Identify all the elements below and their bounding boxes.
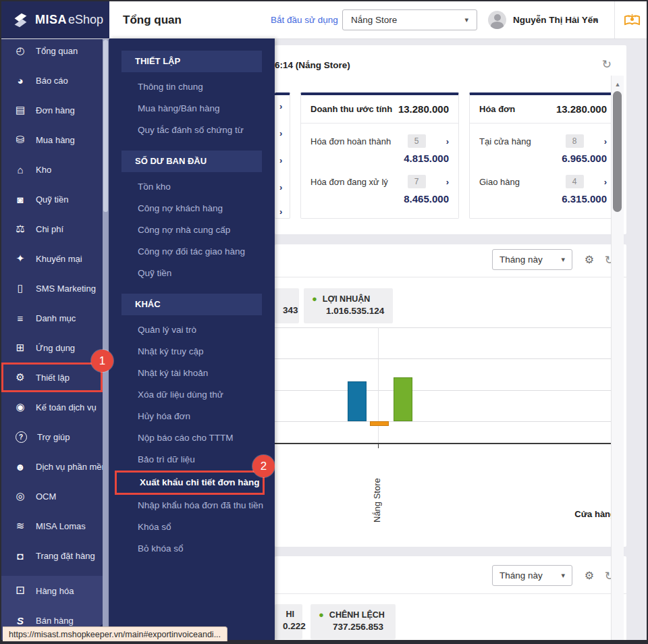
legend-badge-difference[interactable]: ● CHÊNH LỆCH 737.256.853 <box>310 604 396 639</box>
legend-value: 1.016.535.124 <box>326 306 385 316</box>
misa-logo-icon <box>10 10 30 30</box>
period-value: Tháng này <box>500 254 543 265</box>
chevron-right-icon[interactable]: › <box>279 182 282 192</box>
sidebar-item-quy-tien[interactable]: ◙Quỹ tiền <box>1 184 109 214</box>
menu-item-bao-tri-du-lieu[interactable]: Bảo trì dữ liệu <box>109 449 275 471</box>
sidebar-item-tro-giup[interactable]: ?Trợ giúp <box>1 422 109 452</box>
menu-item-nhat-ky-tai-khoan[interactable]: Nhật ký tài khoản <box>109 363 275 384</box>
legend-badge-profit[interactable]: ● LỢI NHUẬN 1.016.535.124 <box>304 288 393 323</box>
sidebar-item-ke-toan-dich-vu[interactable]: ◉Kế toán dịch vụ <box>1 392 109 422</box>
sidebar-item-trang-dat-hang[interactable]: ◘Trang đặt hàng <box>1 541 109 570</box>
main-sidebar: ◴Tổng quan ◕Báo cáo ▤Đơn hàng ⛁Mua hàng … <box>1 38 109 643</box>
scrollbar-thumb[interactable] <box>613 91 622 212</box>
menu-item-thong-tin-chung[interactable]: Thông tin chung <box>109 76 275 98</box>
gear-icon[interactable]: ⚙ <box>585 253 594 266</box>
menu-item-huy-hoa-don[interactable]: Hủy hóa đơn <box>109 406 275 427</box>
card-row-completed-invoices[interactable]: Hóa đơn hoàn thành 5 › <box>301 124 458 148</box>
card-row-in-store[interactable]: Tại cửa hàng 8 › <box>470 124 616 148</box>
menu-item-xoa-du-lieu[interactable]: Xóa dữ liệu dùng thử <box>109 384 275 406</box>
legend-badge-partial[interactable]: 343 <box>275 288 299 323</box>
menu-item-nhap-khau-hoa-don[interactable]: Nhập khẩu hóa đơn đã thu tiền <box>109 495 275 516</box>
menu-item-nhat-ky-truy-cap[interactable]: Nhật ký truy cập <box>109 341 275 363</box>
today-results-panel: 6:14 (Nắng Store) ↻ › › › › › Doanh thu … <box>275 45 626 234</box>
logo-text-misa: MISA <box>35 13 67 27</box>
period-value: Tháng này <box>500 570 543 581</box>
scroll-up-icon[interactable]: ▲ <box>612 81 624 88</box>
sidebar-item-don-hang[interactable]: ▤Đơn hàng <box>1 95 109 125</box>
sidebar-item-thiet-lap[interactable]: ⚙Thiết lập <box>1 363 103 392</box>
vertical-scrollbar[interactable]: ▲ ▼ <box>611 76 624 644</box>
menu-item-cong-no-khach-hang[interactable]: Công nợ khách hàng <box>109 198 275 219</box>
bar-revenue[interactable] <box>348 381 367 421</box>
legend-badge-partial[interactable]: HI 0.222 <box>275 604 302 639</box>
sidebar-item-sms-marketing[interactable]: ▯SMS Marketing <box>1 273 109 303</box>
chevron-down-icon[interactable]: ▾ <box>594 1 598 38</box>
sidebar-item-kho[interactable]: ⌂Kho <box>1 155 109 184</box>
bar-cost[interactable] <box>370 421 389 426</box>
cashflow-chart-panel: Tháng này ▾ ⚙ ↻ HI 0.222 ● CHÊNH LỆCH 73… <box>275 556 626 644</box>
menu-section-thiet-lap: THIẾT LẬP <box>122 51 262 72</box>
dashboard-icon: ◴ <box>14 45 27 57</box>
card-title: Doanh thu ước tính <box>310 104 392 114</box>
divider <box>614 1 615 38</box>
chevron-right-icon[interactable]: › <box>279 207 282 217</box>
legend-dot-icon: ● <box>319 610 324 620</box>
menu-item-quy-tien[interactable]: Quỹ tiền <box>109 263 275 284</box>
card-row-delivery[interactable]: Giao hàng 4 › <box>470 164 616 188</box>
user-name[interactable]: Nguyễn Thị Hải Yến <box>513 1 599 38</box>
count-badge: 8 <box>566 134 584 148</box>
row-value: 8.465.000 <box>301 188 458 205</box>
period-dropdown[interactable]: Tháng này ▾ <box>492 565 572 586</box>
menu-item-cong-no-doi-tac[interactable]: Công nợ đối tác giao hàng <box>109 241 275 263</box>
sidebar-item-dich-vu-phan-mem[interactable]: ☻Dịch vụ phần mềm <box>1 452 109 481</box>
sidebar-item-bao-cao[interactable]: ◕Báo cáo <box>1 65 109 95</box>
card-row-processing-invoices[interactable]: Hóa đơn đang xử lý 7 › <box>301 164 458 188</box>
sidebar-item-hang-hoa[interactable]: ⚀Hàng hóa <box>1 576 103 606</box>
shopping-cart-icon: ⛁ <box>14 134 27 146</box>
legend-dot-icon: ● <box>312 294 317 304</box>
sidebar-item-misa-lomas[interactable]: ≋MISA Lomas <box>1 511 109 541</box>
sidebar-item-khuyen-mai[interactable]: ✦Khuyến mại <box>1 244 109 273</box>
card-title: Hóa đơn <box>479 104 515 114</box>
chevron-right-icon[interactable]: › <box>279 128 282 138</box>
sidebar-item-mua-hang[interactable]: ⛁Mua hàng <box>1 125 109 155</box>
sidebar-item-label: Trang đặt hàng <box>36 551 95 561</box>
knowledge-book-icon[interactable] <box>617 1 647 38</box>
user-avatar[interactable] <box>488 11 506 29</box>
sidebar-item-tong-quan[interactable]: ◴Tổng quan <box>1 38 109 65</box>
menu-item-ton-kho[interactable]: Tồn kho <box>109 176 275 198</box>
chevron-right-icon[interactable]: › <box>604 177 607 187</box>
sidebar-item-chi-phi[interactable]: ⚖Chi phí <box>1 214 109 244</box>
logo-text-eshop: eShop <box>68 13 103 27</box>
chevron-right-icon[interactable]: › <box>604 136 607 146</box>
settings-menu-overlay: THIẾT LẬP Thông tin chung Mua hàng/Bán h… <box>109 38 275 643</box>
store-selector[interactable]: Nắng Store ▾ <box>342 9 477 30</box>
chevron-right-icon[interactable]: › <box>279 101 282 111</box>
bar-profit[interactable] <box>394 377 412 421</box>
sidebar-scrollbar[interactable] <box>103 38 109 628</box>
menu-item-nop-bao-cao-tttm[interactable]: Nộp báo cáo cho TTTM <box>109 427 275 449</box>
scrollbar-thumb[interactable] <box>103 40 108 212</box>
gear-icon[interactable]: ⚙ <box>585 569 594 582</box>
menu-item-cong-no-nha-cung-cap[interactable]: Công nợ nhà cung cấp <box>109 219 275 241</box>
menu-item-xuat-khau-chi-tiet-don-hang[interactable]: Xuất khẩu chi tiết đơn hàng <box>115 471 265 495</box>
refresh-icon[interactable]: ↻ <box>602 57 612 72</box>
sidebar-item-ocm[interactable]: ◎OCM <box>1 481 109 511</box>
menu-item-mua-hang-ban-hang[interactable]: Mua hàng/Bán hàng <box>109 98 275 119</box>
menu-item-quan-ly-vai-tro[interactable]: Quản lý vai trò <box>109 319 275 341</box>
chevron-right-icon[interactable]: › <box>446 136 449 146</box>
menu-item-bo-khoa-so[interactable]: Bỏ khóa sổ <box>109 538 275 560</box>
get-started-link[interactable]: Bắt đầu sử dụng <box>271 1 338 38</box>
menu-item-khoa-so[interactable]: Khóa sổ <box>109 516 275 538</box>
sidebar-item-danh-muc[interactable]: ≡Danh mục <box>1 303 109 333</box>
chevron-right-icon[interactable]: › <box>446 177 449 187</box>
chevron-right-icon[interactable]: › <box>279 155 282 165</box>
divider <box>275 277 626 277</box>
menu-item-quy-tac-danh-so[interactable]: Quy tắc đánh số chứng từ <box>109 119 275 141</box>
misa-eshop-logo[interactable]: MISA eShop <box>1 1 109 38</box>
period-dropdown[interactable]: Tháng này ▾ <box>492 249 572 270</box>
hidden-left-card: › › › › › <box>275 92 290 219</box>
sidebar-item-label: Bán hàng <box>36 616 74 626</box>
row-label: Giao hàng <box>479 177 566 187</box>
sidebar-item-label: Trợ giúp <box>37 432 70 442</box>
